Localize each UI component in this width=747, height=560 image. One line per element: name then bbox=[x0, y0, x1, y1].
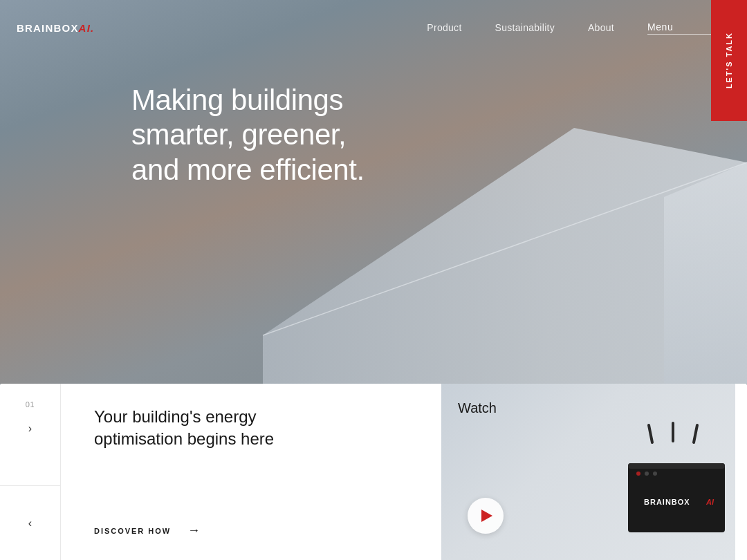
lets-talk-button[interactable]: LET'S TALK bbox=[711, 0, 747, 121]
svg-line-3 bbox=[649, 425, 652, 442]
prev-slide-button[interactable]: ‹ bbox=[28, 517, 32, 530]
bottom-panel: 01 › ‹ Your building's energy optimisati… bbox=[0, 384, 747, 560]
navigation: BRAINBOX AI. Product Sustainability Abou… bbox=[0, 0, 747, 55]
slide-number: 01 bbox=[26, 400, 35, 409]
logo-ai: AI. bbox=[79, 22, 95, 34]
watch-label: Watch bbox=[458, 400, 497, 416]
panel-nav-bottom: ‹ bbox=[0, 486, 60, 560]
lets-talk-label: LET'S TALK bbox=[725, 32, 733, 88]
logo-name: BRAINBOX bbox=[17, 22, 79, 34]
panel-title-line1: Your building's energy bbox=[94, 407, 257, 426]
panel-nav-top: 01 › bbox=[0, 384, 60, 486]
discover-label: DISCOVER HOW bbox=[94, 527, 171, 535]
hero-headline: Making buildings smarter, greener, and m… bbox=[131, 83, 365, 187]
hero-line-3: and more efficient. bbox=[131, 153, 365, 186]
svg-text:BRAINBOX: BRAINBOX bbox=[644, 498, 690, 506]
play-button[interactable] bbox=[468, 498, 504, 534]
panel-title: Your building's energy optimisation begi… bbox=[94, 406, 408, 451]
hero-background bbox=[0, 0, 747, 384]
svg-marker-1 bbox=[664, 162, 747, 384]
svg-point-12 bbox=[653, 472, 657, 476]
nav-link-product[interactable]: Product bbox=[427, 22, 461, 33]
svg-rect-7 bbox=[628, 463, 725, 469]
nav-link-about[interactable]: About bbox=[588, 22, 614, 33]
panel-title-line2: optimisation begins here bbox=[94, 429, 274, 448]
svg-text:AI: AI bbox=[706, 498, 714, 506]
svg-point-10 bbox=[636, 472, 640, 476]
router-device-illustration: BRAINBOX AI bbox=[597, 422, 735, 560]
logo[interactable]: BRAINBOX AI. bbox=[17, 22, 94, 34]
discover-how-link[interactable]: DISCOVER HOW → bbox=[94, 523, 408, 538]
next-slide-button[interactable]: › bbox=[28, 422, 32, 435]
nav-links: Product Sustainability About bbox=[427, 22, 614, 33]
svg-line-5 bbox=[694, 425, 697, 442]
panel-content: Your building's energy optimisation begi… bbox=[61, 384, 441, 560]
hero-line-2: smarter, greener, bbox=[131, 118, 346, 151]
panel-navigation: 01 › ‹ bbox=[0, 384, 61, 560]
svg-point-11 bbox=[645, 472, 649, 476]
video-preview: Watch BRAINBOX AI bbox=[441, 384, 735, 560]
nav-link-sustainability[interactable]: Sustainability bbox=[495, 22, 555, 33]
discover-arrow-icon: → bbox=[187, 523, 200, 538]
hero-content: Making buildings smarter, greener, and m… bbox=[131, 83, 365, 187]
hero-line-1: Making buildings bbox=[131, 84, 343, 116]
play-icon bbox=[481, 510, 492, 522]
